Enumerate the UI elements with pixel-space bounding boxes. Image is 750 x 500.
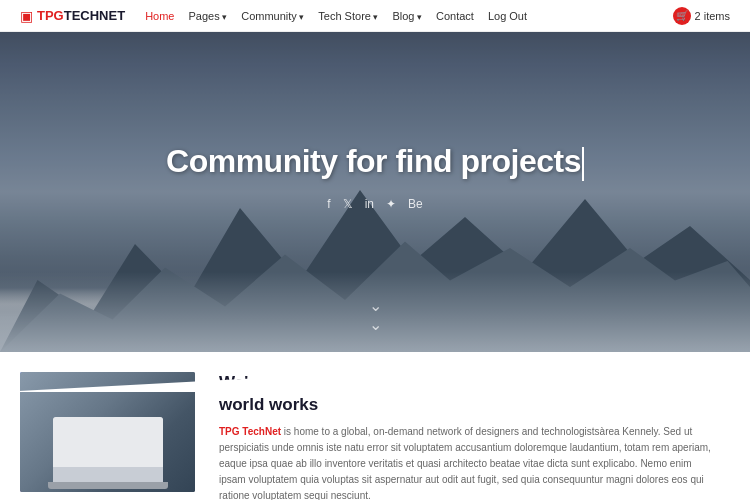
content-body: TPG TechNet is home to a global, on-dema… [219,424,720,500]
nav-blog[interactable]: Blog [392,10,422,22]
nav-community[interactable]: Community [241,10,304,22]
hero-section: Community for find projects f 𝕏 in ✦ Be … [0,32,750,352]
content-brand: TPG TechNet [219,426,281,437]
nav-contact[interactable]: Contact [436,10,474,22]
cursor [582,147,584,181]
social-twitter[interactable]: 𝕏 [343,197,353,211]
cart-label: 2 items [695,10,730,22]
cart-icon: 🛒 [676,10,688,21]
svg-marker-0 [0,352,750,392]
nav-home[interactable]: Home [145,10,174,22]
social-facebook[interactable]: f [327,197,330,211]
social-linkedin[interactable]: in [365,197,374,211]
hero-social: f 𝕏 in ✦ Be [327,197,422,211]
social-behance[interactable]: Be [408,197,423,211]
diagonal-divider [0,352,750,392]
nav-logout[interactable]: Log Out [488,10,527,22]
hero-title: Community for find projects [166,143,584,181]
cart[interactable]: 🛒 2 items [673,7,730,25]
navigation: ▣ TPG TECHNET Home Pages Community Tech … [0,0,750,32]
logo-icon: ▣ [20,8,33,24]
laptop-screen [53,417,163,467]
laptop-base [48,482,168,489]
cart-icon-wrap: 🛒 [673,7,691,25]
laptop [53,417,163,482]
scroll-down[interactable]: ⌄⌄ [369,296,382,334]
logo-net: TECHNET [64,8,125,23]
nav-pages[interactable]: Pages [188,10,227,22]
nav-tech-store[interactable]: Tech Store [318,10,378,22]
logo[interactable]: ▣ TPG TECHNET [20,8,125,24]
social-instagram[interactable]: ✦ [386,197,396,211]
content-body-text: is home to a global, on-demand network o… [219,426,711,500]
logo-tpg: TPG [37,8,64,23]
nav-links: Home Pages Community Tech Store Blog Con… [145,10,672,22]
